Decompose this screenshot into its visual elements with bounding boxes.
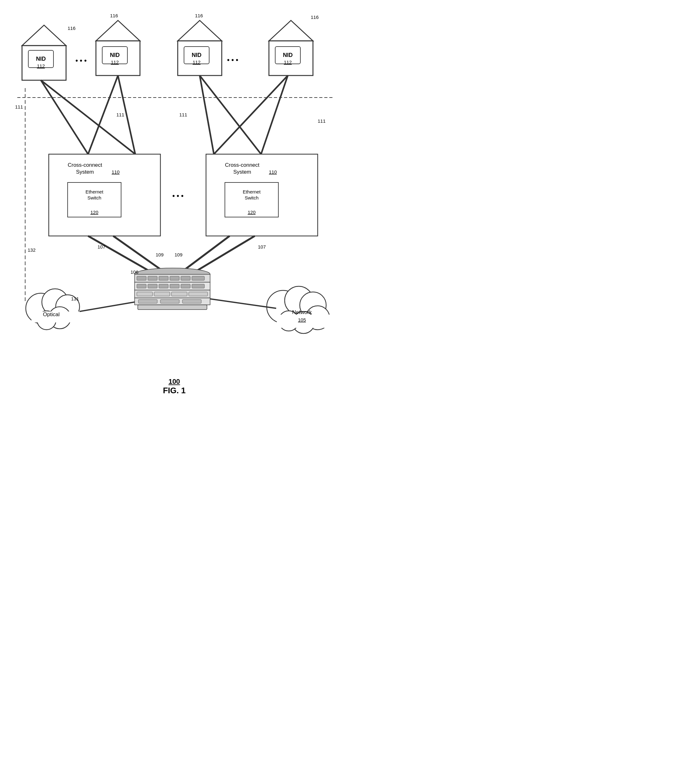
ref-109-b: 109 [174,252,182,257]
line-h2-ccs1a [88,76,118,154]
cross-connect-system-1: Cross-connect System 110 Ethernet Switch… [49,154,160,236]
nid-ref-1: 112 [37,63,44,69]
switch2-label: Ethernet [243,189,261,194]
nid-ref-3: 112 [192,59,201,65]
nid-label-4: NID [283,52,293,58]
ref-107-a: 107 [97,244,105,249]
nid-ref-2: 112 [111,59,118,65]
svg-rect-33 [137,292,153,296]
switch2-label2: Switch [245,195,258,200]
line-h3-ccs2a [200,76,214,154]
diagram-area: NID 112 116 • • • NID 112 116 NID 112 11… [0,0,348,371]
svg-rect-22 [170,276,179,280]
ellipsis-2: • • • [227,56,238,64]
optical-label: Optical [43,311,60,318]
house-2: NID 112 116 [96,13,140,76]
switch1-label: Ethernet [85,189,104,194]
ellipsis-3: • • • [173,192,183,200]
svg-rect-34 [154,292,170,296]
ref-132: 132 [28,247,36,253]
network-ref: 105 [298,317,306,323]
svg-rect-21 [159,276,168,280]
ref-107-b: 107 [258,244,266,249]
svg-rect-26 [137,284,146,288]
ref-111-a: 111 [15,104,23,109]
switch1-label2: Switch [87,195,101,200]
ccs1-label2: System [76,169,94,175]
figure-label: FIG. 1 [0,386,348,395]
svg-rect-19 [137,276,146,280]
house-ref-2a: 116 [110,13,118,18]
house-ref-4: 116 [311,15,319,20]
line-h1-ccs1 [41,80,88,154]
optical-ref: 131 [71,296,79,301]
svg-rect-39 [160,300,179,303]
house-ref-3: 116 [195,13,203,18]
svg-rect-28 [159,284,168,288]
line-h4-ccs2b [261,76,288,154]
svg-rect-29 [170,284,179,288]
svg-rect-23 [181,276,190,280]
svg-rect-31 [192,284,204,288]
nid-label-3: NID [192,52,202,58]
svg-rect-24 [192,276,204,280]
figure-caption: 100 FIG. 1 [0,371,348,399]
line-h4-ccs2a [214,76,288,154]
house-4: NID 112 116 [269,15,319,76]
svg-marker-10 [269,20,313,41]
svg-rect-20 [148,276,157,280]
router-device: 106 [130,268,210,310]
switch2-ref: 120 [248,209,255,215]
nid-label-2: NID [110,52,120,58]
optical-cloud: Optical 131 [26,289,135,330]
svg-marker-1 [22,25,66,46]
svg-marker-7 [178,20,222,41]
nid-ref-4: 112 [284,59,292,65]
nid-label-1: NID [36,56,46,62]
svg-rect-36 [189,292,207,296]
line-router-network [210,299,276,308]
switch1-ref: 120 [90,209,98,215]
svg-rect-35 [171,292,187,296]
ref-106: 106 [130,269,138,275]
house-1: NID 112 116 [22,25,76,80]
svg-rect-41 [138,305,207,310]
house-ref-1: 116 [67,25,76,31]
ccs2-label: Cross-connect [225,162,260,168]
ref-111-b: 111 [117,112,124,117]
main-diagram-svg: NID 112 116 • • • NID 112 116 NID 112 11… [0,0,348,371]
ccs2-label2: System [233,169,251,175]
house-3: NID 112 116 [178,13,222,76]
ellipsis-1: • • • [76,57,87,64]
ccs1-label: Cross-connect [67,162,102,168]
svg-rect-27 [148,284,157,288]
ccs1-ref: 110 [112,169,120,175]
svg-marker-4 [96,20,140,41]
svg-rect-30 [181,284,190,288]
ref-111-d: 111 [318,118,325,124]
ref-111-c: 111 [179,112,187,117]
svg-rect-38 [138,300,157,303]
ccs2-ref: 110 [269,169,277,175]
svg-rect-40 [182,300,201,303]
ref-109-a: 109 [156,252,164,257]
figure-number: 100 [0,377,348,386]
line-optical-router [80,302,135,311]
network-cloud: Network 105 [210,286,332,333]
cross-connect-system-2: Cross-connect System 110 Ethernet Switch… [206,154,318,236]
network-label: Network [292,309,312,315]
